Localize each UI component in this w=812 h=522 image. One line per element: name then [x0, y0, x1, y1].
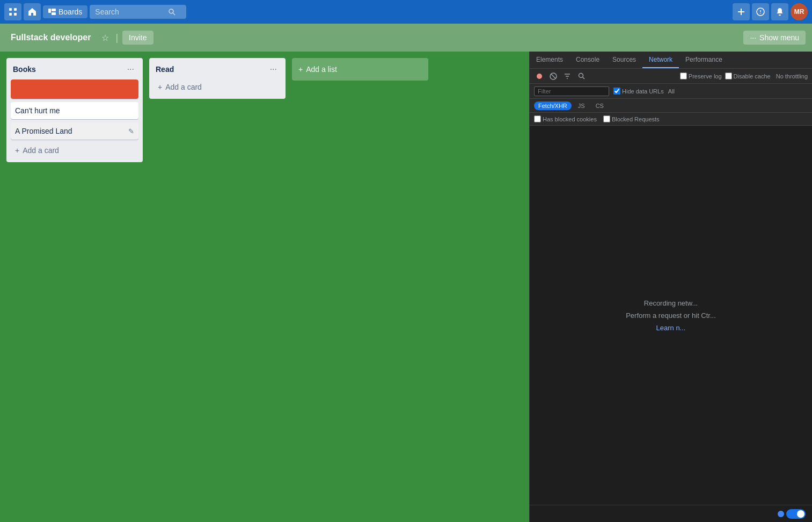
svg-point-21	[579, 74, 583, 78]
grid-icon-button[interactable]	[4, 3, 21, 20]
devtools-tabs: Elements Console Sources Network Perform…	[530, 52, 812, 69]
tab-network[interactable]: Network	[642, 52, 679, 68]
disable-cache-label: Disable cache	[734, 73, 771, 79]
list-read: Read ··· + Add a card	[149, 58, 286, 99]
filter-icon-button[interactable]	[562, 71, 573, 82]
has-blocked-cookies-label[interactable]: Has blocked cookies	[534, 115, 597, 122]
no-throttling-label: No throttling	[776, 73, 808, 79]
svg-line-17	[551, 74, 555, 78]
filter-input[interactable]	[534, 86, 609, 96]
invite-button[interactable]: Invite	[122, 31, 153, 45]
list-books: Books ··· Can't hurt me ✎ A Promised Lan…	[6, 58, 143, 162]
board-divider: |	[115, 32, 118, 44]
search-input[interactable]	[95, 8, 165, 16]
tab-performance[interactable]: Performance	[679, 52, 729, 68]
show-menu-button[interactable]: ··· Show menu	[743, 31, 806, 45]
svg-point-13	[760, 13, 761, 14]
preserve-log-label: Preserve log	[689, 73, 722, 79]
add-card-label: Add a card	[165, 83, 202, 91]
user-avatar[interactable]: MR	[791, 3, 808, 20]
disable-cache-checkbox-label[interactable]: Disable cache	[725, 73, 771, 79]
type-filter-js[interactable]: JS	[574, 102, 589, 110]
blocked-requests-checkbox[interactable]	[603, 115, 610, 122]
svg-point-7	[169, 9, 173, 13]
trello-board: Books ··· Can't hurt me ✎ A Promised Lan…	[0, 52, 529, 522]
has-blocked-cookies-text: Has blocked cookies	[543, 116, 597, 122]
list-menu-button-read[interactable]: ···	[268, 63, 279, 75]
list-menu-button-books[interactable]: ···	[125, 63, 136, 75]
tab-sources[interactable]: Sources	[606, 52, 642, 68]
svg-rect-14	[779, 15, 781, 16]
devtools-recording-text: Recording netw...	[644, 299, 698, 307]
svg-rect-6	[52, 12, 56, 15]
clear-button[interactable]	[548, 71, 559, 82]
board-title[interactable]: Fullstack developer	[6, 31, 95, 45]
hide-data-urls-label[interactable]: Hide data URLs	[613, 88, 664, 95]
devtools-type-bar: Fetch/XHR JS CS	[530, 99, 812, 113]
boards-button[interactable]: Boards	[43, 5, 87, 18]
devtools-perform-text: Perform a request or hit Ctr...	[626, 311, 716, 320]
table-row[interactable]: Can't hurt me ✎	[11, 102, 138, 119]
add-card-button-read[interactable]: + Add a card	[153, 79, 281, 95]
svg-point-15	[537, 74, 542, 79]
show-menu-label: Show menu	[759, 33, 799, 42]
all-filter-btn[interactable]: All	[668, 88, 675, 95]
card-edit-icon[interactable]: ✎	[128, 127, 134, 135]
avatar-text: MR	[794, 8, 804, 16]
has-blocked-cookies-checkbox[interactable]	[534, 115, 541, 122]
hide-data-urls-text: Hide data URLs	[622, 88, 664, 95]
preserve-log-checkbox[interactable]	[680, 73, 687, 79]
add-list-button[interactable]: + Add a list	[292, 58, 428, 81]
add-card-icon: +	[15, 146, 19, 155]
toggle-indicator	[778, 511, 784, 517]
toggle-switch[interactable]	[786, 509, 806, 519]
table-row[interactable]: A Promised Land ✎	[11, 122, 138, 140]
card-red-banner	[11, 79, 138, 99]
add-card-button-books[interactable]: + Add a card	[11, 143, 138, 158]
blocked-requests-label[interactable]: Blocked Requests	[603, 115, 660, 122]
list-title-read: Read	[156, 65, 174, 74]
svg-rect-4	[48, 9, 51, 13]
type-filter-fetchxhr[interactable]: Fetch/XHR	[534, 102, 572, 110]
disable-cache-checkbox[interactable]	[725, 73, 732, 79]
hide-data-urls-checkbox[interactable]	[613, 88, 620, 95]
card-text: Can't hurt me	[15, 106, 60, 115]
svg-rect-5	[52, 9, 56, 11]
devtools-bottom-bar	[530, 505, 812, 522]
devtools-content: Recording netw... Perform a request or h…	[530, 126, 812, 505]
plus-button[interactable]	[733, 3, 750, 20]
devtools-cookie-bar: Has blocked cookies Blocked Requests	[530, 113, 812, 126]
home-button[interactable]	[24, 3, 41, 20]
devtools-learn-link[interactable]: Learn n...	[656, 324, 686, 332]
card-text: A Promised Land	[15, 127, 72, 135]
list-title-books: Books	[13, 65, 36, 74]
add-card-label: Add a card	[23, 146, 59, 155]
tab-console[interactable]: Console	[569, 52, 606, 68]
svg-rect-2	[9, 13, 12, 16]
svg-rect-3	[14, 13, 17, 16]
preserve-log-checkbox-label[interactable]: Preserve log	[680, 73, 722, 79]
show-menu-dots-icon: ···	[750, 33, 756, 42]
list-header-books: Books ···	[11, 62, 138, 76]
record-button[interactable]	[534, 71, 545, 82]
svg-rect-1	[14, 8, 17, 11]
activity-button[interactable]	[752, 3, 769, 20]
search-container[interactable]	[90, 5, 186, 19]
list-header-read: Read ···	[153, 62, 281, 76]
devtools-filter-bar: Hide data URLs All	[530, 84, 812, 99]
add-list-icon: +	[298, 65, 303, 74]
table-row[interactable]	[11, 79, 138, 99]
devtools-panel: Elements Console Sources Network Perform…	[529, 52, 812, 522]
board-header: Fullstack developer ☆ | Invite ··· Show …	[0, 24, 812, 52]
top-nav: Boards MR	[0, 0, 812, 24]
svg-rect-0	[9, 8, 12, 11]
tab-elements[interactable]: Elements	[530, 52, 569, 68]
search-icon-button[interactable]	[576, 71, 587, 82]
svg-line-22	[582, 77, 584, 79]
type-filter-cs[interactable]: CS	[591, 102, 608, 110]
add-card-icon: +	[158, 83, 162, 91]
notification-bell-button[interactable]	[771, 3, 788, 20]
boards-label: Boards	[58, 8, 82, 16]
svg-line-8	[173, 13, 175, 15]
board-star-icon[interactable]: ☆	[99, 31, 111, 45]
